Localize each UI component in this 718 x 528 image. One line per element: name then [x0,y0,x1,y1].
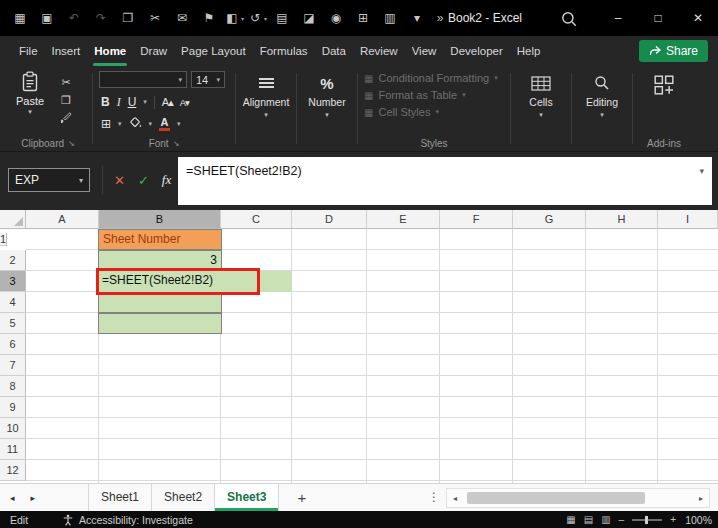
bold-button[interactable]: B [101,95,110,109]
select-all-corner[interactable] [0,210,26,229]
row-header-4[interactable]: 4 [0,292,26,313]
row-header-1[interactable]: 1 [0,233,7,246]
next-sheet-icon[interactable]: ▸ [31,493,36,503]
qat-table-icon[interactable]: ▥ [378,0,402,36]
qat-apps-grid-icon[interactable]: ▦ [8,0,32,36]
qat-overflow-icon[interactable]: » [432,11,448,25]
page-break-view-icon[interactable]: ▥ [601,514,610,525]
tab-draw[interactable]: Draw [133,36,174,66]
column-header-g[interactable]: G [513,210,586,229]
qat-undo-icon[interactable]: ↶ [62,0,86,36]
row-header-11[interactable]: 11 [0,439,26,460]
qat-save-icon[interactable]: ▣ [35,0,59,36]
font-name-combo[interactable]: ▾ [99,71,187,88]
enter-icon[interactable]: ✓ [138,173,149,188]
scrollbar-track[interactable] [463,489,693,507]
column-header-i[interactable]: I [658,210,718,229]
cut-icon[interactable]: ✂ [58,76,74,88]
qat-fill-color-button[interactable]: ◧ ▾ [224,0,244,36]
font-dialog-launcher-icon[interactable]: ↘ [173,139,180,148]
qat-mail-icon[interactable]: ✉ [170,0,194,36]
qat-borders-icon[interactable]: ⊞ [351,0,375,36]
maximize-button[interactable]: □ [638,0,678,36]
new-sheet-button[interactable]: + [290,484,314,511]
tab-insert[interactable]: Insert [45,36,88,66]
tab-developer[interactable]: Developer [443,36,509,66]
format-as-table-button[interactable]: ▦ Format as Table ▾ [364,89,504,101]
close-button[interactable]: ✕ [678,0,718,36]
italic-button[interactable]: I [117,95,121,109]
accessibility-checker[interactable]: Accessibility: Investigate [62,514,193,526]
row-header-5[interactable]: 5 [0,313,26,334]
paste-button[interactable]: Paste ▾ [10,71,50,135]
share-button[interactable]: Share [639,40,708,62]
formula-bar-expand-icon[interactable]: ▾ [699,166,704,176]
zoom-out-icon[interactable]: – [619,514,625,525]
row-header-6[interactable]: 6 [0,334,26,355]
qat-redo-icon[interactable]: ↷ [89,0,113,36]
row-header-2[interactable]: 2 [0,250,26,271]
scrollbar-thumb[interactable] [467,492,645,504]
zoom-slider[interactable] [632,519,662,521]
sheet-tab-sheet3[interactable]: Sheet3 [215,484,279,511]
sheet-options-dots-icon[interactable]: ⋮ [428,484,440,511]
column-header-f[interactable]: F [440,210,513,229]
cell-B5[interactable] [98,313,222,334]
clipboard-dialog-launcher-icon[interactable]: ↘ [68,139,75,148]
zoom-level[interactable]: 100% [684,514,712,526]
qat-flag-icon[interactable]: ⚑ [197,0,221,36]
chevron-down-icon[interactable]: ▾ [149,120,153,128]
borders-button[interactable]: ⊞ [101,117,111,131]
chevron-down-icon[interactable]: ▾ [143,98,147,106]
cancel-icon[interactable]: ✕ [114,173,125,188]
row-header-9[interactable]: 9 [0,397,26,418]
previous-sheet-icon[interactable]: ◂ [10,493,15,503]
qat-undo-history-button[interactable]: ↺ ▾ [247,0,267,36]
row-header-12[interactable]: 12 [0,460,26,481]
qat-document-icon[interactable]: ▤ [270,0,294,36]
cells-group-button[interactable]: Cells ▾ [513,66,569,151]
column-header-d[interactable]: D [292,210,367,229]
alignment-group-button[interactable]: Alignment ▾ [238,66,294,151]
column-header-c[interactable]: C [221,210,292,229]
tab-page-layout[interactable]: Page Layout [174,36,253,66]
scroll-right-icon[interactable]: ▸ [693,494,709,503]
column-header-b[interactable]: B [99,210,221,229]
cell-styles-button[interactable]: ▦ Cell Styles ▾ [364,106,504,118]
increase-font-size-button[interactable]: A▴ [162,96,173,109]
formula-input[interactable]: =SHEET(Sheet2!B2) ▾ [178,157,712,205]
font-color-button[interactable]: A [159,117,170,131]
normal-view-icon[interactable]: ▦ [566,514,575,525]
underline-button[interactable]: U [128,95,137,109]
cell-B1[interactable]: Sheet Number [98,229,222,250]
tab-review[interactable]: Review [353,36,405,66]
cell-B4[interactable] [98,292,222,313]
minimize-button[interactable]: – [598,0,638,36]
row-header-7[interactable]: 7 [0,355,26,376]
tab-home[interactable]: Home [87,36,133,66]
grid-cells[interactable]: Sheet Number 3 =SHEET(Sheet2!B2) [26,229,718,483]
format-painter-icon[interactable] [58,112,74,126]
sheet-tab-sheet1[interactable]: Sheet1 [88,484,152,511]
qat-customize-chevron-icon[interactable]: ▾ [405,0,429,36]
qat-copy-icon[interactable]: ❐ [116,0,140,36]
page-layout-view-icon[interactable]: ▤ [584,514,593,525]
search-icon[interactable] [560,10,578,28]
zoom-slider-thumb[interactable] [645,516,648,524]
tab-help[interactable]: Help [510,36,548,66]
editing-group-button[interactable]: Editing ▾ [574,66,630,151]
zoom-in-icon[interactable]: + [670,514,676,525]
tab-file[interactable]: File [12,36,45,66]
tab-formulas[interactable]: Formulas [253,36,315,66]
chevron-down-icon[interactable]: ▾ [118,120,122,128]
column-header-e[interactable]: E [367,210,440,229]
sheet-tab-sheet2[interactable]: Sheet2 [152,484,215,511]
font-size-combo[interactable]: 14 ▾ [191,71,225,88]
scroll-left-icon[interactable]: ◂ [447,494,463,503]
row-header-10[interactable]: 10 [0,418,26,439]
qat-cut-icon[interactable]: ✂ [143,0,167,36]
tab-view[interactable]: View [405,36,444,66]
addins-button[interactable] [653,74,675,100]
qat-camera-icon[interactable]: ◉ [324,0,348,36]
decrease-font-size-button[interactable]: A▾ [180,97,189,108]
